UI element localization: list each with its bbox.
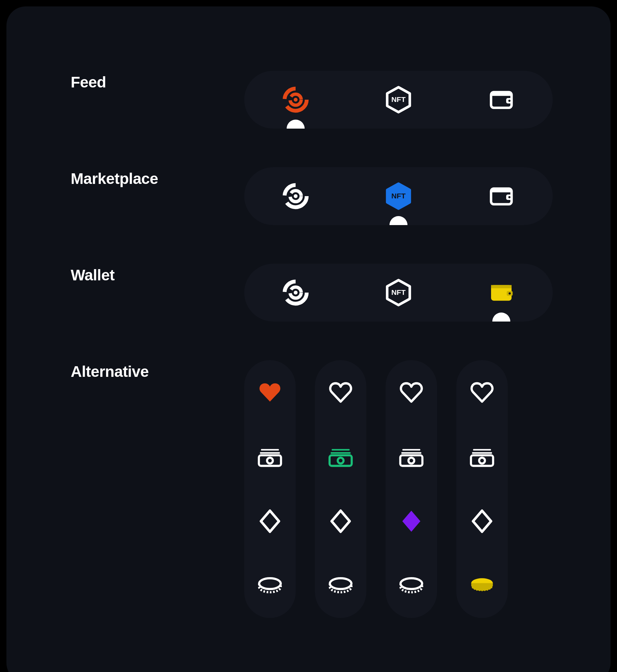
nav-pill-feed: NFT — [244, 71, 553, 129]
coin-icon[interactable] — [255, 571, 284, 600]
svg-point-27 — [267, 458, 273, 463]
alt-column-3 — [386, 360, 437, 618]
heart-icon[interactable] — [255, 378, 284, 407]
alt-column-2 — [315, 360, 366, 618]
panel: Feed NFT — [6, 6, 611, 672]
svg-point-23 — [509, 292, 511, 295]
row-wallet: Wallet NFT — [71, 264, 562, 322]
active-indicator — [390, 216, 407, 225]
svg-rect-42 — [473, 449, 491, 451]
cash-icon[interactable] — [326, 443, 355, 471]
row-feed: Feed NFT — [71, 71, 562, 129]
coin-icon[interactable] — [467, 571, 496, 600]
diamond-icon[interactable] — [467, 507, 496, 536]
svg-point-41 — [400, 578, 422, 589]
svg-point-2 — [294, 98, 297, 102]
cash-icon[interactable] — [397, 443, 426, 471]
svg-point-39 — [408, 458, 414, 463]
alternative-columns — [244, 360, 508, 618]
svg-rect-5 — [491, 92, 511, 96]
svg-marker-28 — [261, 511, 279, 532]
nav-feed-icon[interactable] — [279, 83, 312, 116]
nft-badge-text: NFT — [391, 288, 406, 297]
nav-nft-icon[interactable]: NFT — [382, 277, 415, 309]
coin-icon[interactable] — [397, 571, 426, 600]
svg-point-33 — [338, 458, 344, 463]
svg-marker-34 — [332, 511, 350, 532]
alt-column-4 — [456, 360, 508, 618]
svg-rect-13 — [491, 188, 511, 192]
active-indicator — [287, 120, 304, 129]
cash-icon[interactable] — [255, 443, 284, 471]
active-indicator — [492, 313, 510, 322]
row-label-feed: Feed — [71, 71, 206, 91]
svg-point-7 — [508, 100, 510, 102]
nav-feed-icon[interactable] — [279, 277, 312, 309]
cash-icon[interactable] — [467, 443, 496, 471]
nav-wallet-icon[interactable] — [485, 180, 518, 212]
heart-icon[interactable] — [397, 378, 426, 407]
nft-badge-text: NFT — [391, 95, 406, 104]
svg-point-15 — [508, 196, 510, 198]
heart-icon[interactable] — [467, 378, 496, 407]
row-label-wallet: Wallet — [71, 264, 206, 284]
diamond-icon[interactable] — [397, 507, 426, 536]
svg-rect-36 — [402, 449, 420, 451]
alt-column-1 — [244, 360, 296, 618]
svg-rect-21 — [491, 285, 511, 288]
svg-rect-30 — [332, 449, 350, 451]
nav-feed-icon[interactable] — [279, 180, 312, 212]
svg-rect-37 — [401, 452, 421, 454]
nav-pill-wallet: NFT — [244, 264, 553, 322]
diamond-icon[interactable] — [255, 507, 284, 536]
svg-point-45 — [479, 458, 485, 463]
diamond-icon[interactable] — [326, 507, 355, 536]
svg-point-35 — [330, 578, 351, 589]
svg-point-18 — [294, 291, 297, 295]
heart-icon[interactable] — [326, 378, 355, 407]
nav-nft-icon[interactable]: NFT — [382, 83, 415, 116]
svg-rect-43 — [472, 452, 492, 454]
row-label-marketplace: Marketplace — [71, 167, 206, 187]
svg-rect-31 — [331, 452, 351, 454]
svg-rect-24 — [261, 449, 279, 451]
row-alternative: Alternative — [71, 360, 562, 618]
svg-point-10 — [294, 194, 297, 198]
svg-rect-25 — [260, 452, 280, 454]
coin-icon[interactable] — [326, 571, 355, 600]
nav-wallet-icon[interactable] — [485, 83, 518, 116]
row-marketplace: Marketplace NFT — [71, 167, 562, 225]
nft-badge-text: NFT — [391, 192, 406, 200]
nav-wallet-icon[interactable] — [485, 277, 518, 309]
svg-marker-46 — [473, 511, 491, 532]
svg-point-29 — [259, 578, 280, 589]
nav-nft-icon[interactable]: NFT — [382, 180, 415, 212]
nav-pill-marketplace: NFT — [244, 167, 553, 225]
svg-marker-40 — [402, 511, 420, 532]
row-label-alternative: Alternative — [71, 360, 206, 380]
